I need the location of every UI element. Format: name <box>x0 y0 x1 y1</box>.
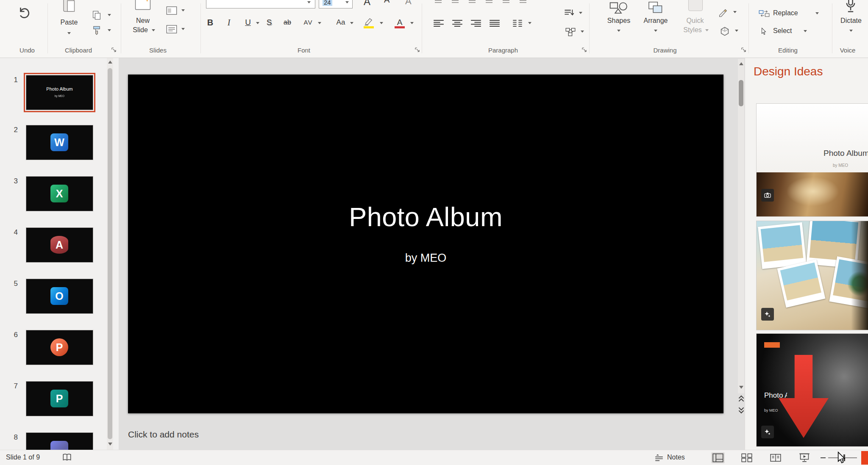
design-idea-3[interactable]: Photo Album by MEO <box>756 333 868 447</box>
reading-view-button[interactable] <box>769 452 782 463</box>
highlight-color-caret[interactable] <box>380 22 383 24</box>
previous-slide-button[interactable] <box>738 395 744 404</box>
slide-title-text[interactable]: Photo Album <box>128 202 723 232</box>
shapes-button[interactable]: Shapes <box>604 0 634 44</box>
slideshow-button[interactable] <box>798 452 811 463</box>
scrollbar-thumb[interactable] <box>739 80 743 106</box>
slide-thumbnail-6[interactable]: P <box>26 330 93 365</box>
italic-button[interactable]: I <box>224 18 234 28</box>
section-caret[interactable] <box>181 28 185 30</box>
underline-button[interactable]: U <box>242 18 253 27</box>
smartart-caret[interactable] <box>581 30 584 33</box>
dictate-caret <box>849 30 853 32</box>
bold-button[interactable]: B <box>204 18 216 28</box>
arrange-label: Arrange <box>638 17 673 25</box>
undo-button[interactable] <box>16 5 31 22</box>
layout-caret[interactable] <box>181 9 185 11</box>
book-pages-highlight <box>786 177 839 206</box>
align-left-icon[interactable] <box>433 19 444 30</box>
notes-toggle-button[interactable]: Notes <box>653 452 699 464</box>
columns-caret[interactable] <box>528 22 531 24</box>
text-direction-caret[interactable] <box>579 12 582 14</box>
decrease-indent-button[interactable] <box>469 0 476 4</box>
design-idea-1[interactable]: Photo Album by MEO <box>756 103 868 217</box>
reading-view-icon <box>770 453 781 462</box>
scroll-down-arrow[interactable] <box>739 386 743 389</box>
scroll-up-arrow[interactable] <box>108 61 112 64</box>
align-center-icon[interactable] <box>452 19 463 30</box>
slide-subtitle-text[interactable]: by MEO <box>128 252 723 265</box>
font-dialog-launcher[interactable] <box>415 47 420 54</box>
group-label-editing: Editing <box>762 47 813 54</box>
change-case-button[interactable]: Aa <box>334 18 348 27</box>
quick-styles-button[interactable]: Quick Styles <box>678 0 712 44</box>
new-slide-button[interactable]: New Slide <box>127 0 159 44</box>
format-painter-button[interactable] <box>92 25 102 37</box>
notes-placeholder[interactable]: Click to add notes <box>128 429 199 440</box>
justify-icon[interactable] <box>489 19 500 30</box>
smartart-icon[interactable] <box>565 27 576 38</box>
group-label-undo: Undo <box>8 47 46 54</box>
paste-button[interactable]: Paste <box>53 0 86 44</box>
dictate-button[interactable]: Dictate <box>834 0 868 44</box>
clipboard-dialog-launcher[interactable] <box>111 47 117 54</box>
text-direction-icon[interactable] <box>564 8 574 19</box>
slide-thumbnail-3[interactable]: X <box>26 176 93 211</box>
bullets-button[interactable] <box>435 0 442 4</box>
slide-thumbnail-1[interactable]: Photo Album by MEO <box>26 75 93 110</box>
character-spacing-button[interactable]: AV <box>301 19 315 26</box>
shape-effects-caret[interactable] <box>735 30 738 32</box>
character-spacing-caret[interactable] <box>318 22 321 24</box>
normal-view-button[interactable] <box>711 452 725 463</box>
editor-scrollbar[interactable] <box>738 59 744 393</box>
align-right-icon[interactable] <box>470 19 481 30</box>
scroll-up-arrow[interactable] <box>739 62 743 65</box>
text-shadow-button[interactable]: S <box>264 18 275 27</box>
next-slide-button[interactable] <box>738 406 744 415</box>
group-divider <box>748 3 749 53</box>
font-size-combo[interactable]: 24 <box>319 0 353 8</box>
slide-thumbnail-4[interactable]: A <box>26 227 93 263</box>
proofing-book-icon[interactable] <box>62 453 72 463</box>
font-color-button[interactable]: A <box>394 18 405 27</box>
paragraph-dialog-launcher[interactable] <box>581 47 587 54</box>
columns-icon[interactable] <box>512 19 523 30</box>
thumbnail-panel-scrollbar[interactable] <box>107 58 113 450</box>
text-highlight-stub[interactable] <box>520 0 526 4</box>
change-case-caret[interactable] <box>350 22 353 24</box>
format-painter-caret[interactable] <box>108 29 111 31</box>
shape-effects-icon[interactable] <box>720 26 730 38</box>
arrange-button[interactable]: Arrange <box>638 0 673 44</box>
decrease-font-button[interactable]: A <box>384 0 389 5</box>
group-divider <box>832 3 832 53</box>
slide-thumbnail-8[interactable] <box>26 432 93 450</box>
scroll-down-arrow[interactable] <box>108 443 112 446</box>
underline-caret[interactable] <box>256 22 259 24</box>
shape-outline-caret[interactable] <box>733 11 737 13</box>
design-idea-2[interactable] <box>756 221 868 330</box>
layout-button[interactable] <box>166 6 177 17</box>
drawing-dialog-launcher[interactable] <box>741 47 746 54</box>
line-spacing-button[interactable] <box>503 0 509 4</box>
slide-thumbnail-2[interactable]: W <box>26 125 93 160</box>
strikethrough-button[interactable]: ab <box>281 19 294 26</box>
shape-outline-icon[interactable] <box>718 8 728 19</box>
scrollbar-thumb[interactable] <box>108 68 112 439</box>
slide-thumbnail-7[interactable]: P <box>26 381 93 416</box>
slide-sorter-button[interactable] <box>740 452 754 463</box>
logo-letter: W <box>54 136 64 149</box>
copy-dropdown-caret[interactable] <box>108 14 111 16</box>
increase-font-button[interactable]: A <box>364 0 370 8</box>
slide-canvas[interactable]: Photo Album by MEO <box>128 75 723 413</box>
new-slide-label-2: Slide <box>127 26 153 34</box>
increase-indent-button[interactable] <box>486 0 492 4</box>
copy-button[interactable] <box>92 10 102 22</box>
font-name-combo[interactable] <box>206 0 315 8</box>
slide-thumbnail-5[interactable]: O <box>26 279 93 314</box>
numbering-button[interactable] <box>452 0 459 4</box>
clear-formatting-button[interactable]: A <box>405 0 412 7</box>
quick-styles-caret <box>705 29 709 31</box>
zoom-out-icon[interactable] <box>821 457 826 458</box>
font-color-caret[interactable] <box>410 22 414 24</box>
reset-slide-button[interactable] <box>166 25 177 36</box>
